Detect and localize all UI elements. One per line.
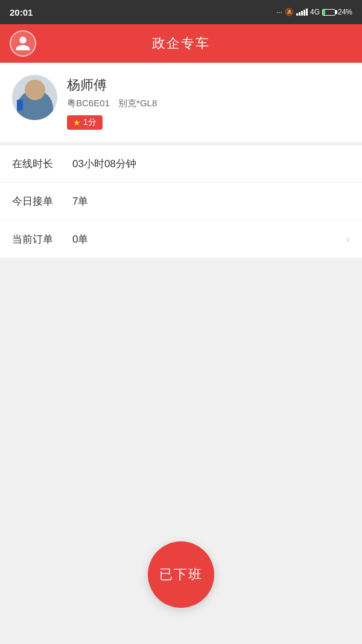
- status-time: 20:01: [10, 7, 33, 18]
- network-type: 4G: [310, 8, 320, 16]
- online-duration-value: 03小时08分钟: [72, 157, 350, 171]
- alarm-icon: 🔕: [285, 8, 294, 16]
- star-icon: ★: [73, 118, 81, 127]
- signal-icon: [296, 8, 308, 16]
- online-duration-row: 在线时长 03小时08分钟: [0, 145, 362, 183]
- bottom-area: 已下班: [0, 354, 362, 644]
- info-section: 在线时长 03小时08分钟 今日接单 7单 当前订单 0单 ›: [0, 145, 362, 258]
- online-duration-label: 在线时长: [12, 157, 72, 171]
- driver-info: 杨师傅 粤BC6E01 别克*GL8 ★ 1分: [67, 75, 350, 130]
- driver-card: 杨师傅 粤BC6E01 别克*GL8 ★ 1分: [0, 63, 362, 145]
- app-header: 政企专车: [0, 24, 362, 63]
- driver-rating-badge: ★ 1分: [67, 115, 103, 130]
- battery-icon: [322, 9, 335, 16]
- off-duty-button[interactable]: 已下班: [148, 541, 214, 608]
- orders-today-row: 今日接单 7单: [0, 183, 362, 220]
- app-title: 政企专车: [152, 34, 210, 53]
- license-plate: 粤BC6E01: [67, 98, 110, 108]
- current-orders-row[interactable]: 当前订单 0单 ›: [0, 220, 362, 258]
- driver-tie: [17, 100, 23, 110]
- driver-plate-car: 粤BC6E01 别克*GL8: [67, 98, 350, 109]
- person-icon: [14, 35, 31, 52]
- orders-today-label: 今日接单: [12, 194, 72, 208]
- current-orders-value: 0单: [72, 232, 346, 246]
- chevron-right-icon: ›: [346, 233, 350, 246]
- car-model: 别克*GL8: [118, 98, 157, 108]
- rating-value: 1分: [83, 117, 97, 128]
- status-bar: 20:01 ··· 🔕 4G 24%: [0, 0, 362, 24]
- driver-head: [25, 80, 45, 100]
- battery-percent: 24%: [338, 8, 352, 16]
- driver-photo: [12, 75, 57, 120]
- driver-name: 杨师傅: [67, 76, 350, 94]
- current-orders-label: 当前订单: [12, 232, 72, 246]
- status-icons: ··· 🔕 4G 24%: [276, 8, 352, 16]
- ellipsis-icon: ···: [276, 8, 282, 16]
- profile-avatar-button[interactable]: [10, 30, 36, 57]
- orders-today-value: 7单: [72, 194, 350, 208]
